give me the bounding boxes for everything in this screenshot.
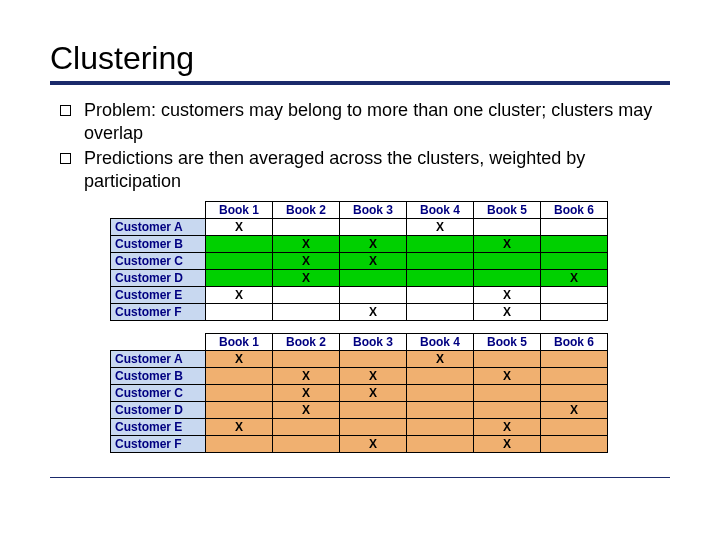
cell: X xyxy=(206,287,273,304)
corner-blank xyxy=(111,202,206,219)
cell xyxy=(474,385,541,402)
cell: X xyxy=(340,436,407,453)
cell: X xyxy=(340,385,407,402)
col-head: Book 2 xyxy=(273,334,340,351)
cell xyxy=(407,287,474,304)
cell: X xyxy=(273,253,340,270)
cell xyxy=(206,253,273,270)
cell xyxy=(340,419,407,436)
cell xyxy=(407,419,474,436)
cell xyxy=(474,253,541,270)
footer-rule xyxy=(50,477,670,478)
cell xyxy=(407,385,474,402)
cell: X xyxy=(474,419,541,436)
cell xyxy=(206,270,273,287)
col-head: Book 4 xyxy=(407,334,474,351)
cell xyxy=(206,304,273,321)
cell: X xyxy=(273,270,340,287)
table-header-row: Book 1 Book 2 Book 3 Book 4 Book 5 Book … xyxy=(111,334,608,351)
cell: X xyxy=(474,436,541,453)
table-row: Customer D X X xyxy=(111,402,608,419)
cell xyxy=(273,419,340,436)
row-head: Customer E xyxy=(111,419,206,436)
cell xyxy=(541,287,608,304)
cell: X xyxy=(340,253,407,270)
col-head: Book 1 xyxy=(206,334,273,351)
cell xyxy=(541,436,608,453)
cell xyxy=(206,436,273,453)
table-row: Customer D X X xyxy=(111,270,608,287)
cluster-table-2: Book 1 Book 2 Book 3 Book 4 Book 5 Book … xyxy=(110,333,608,453)
col-head: Book 3 xyxy=(340,334,407,351)
cell: X xyxy=(206,351,273,368)
table-header-row: Book 1 Book 2 Book 3 Book 4 Book 5 Book … xyxy=(111,202,608,219)
cell: X xyxy=(541,270,608,287)
cell xyxy=(541,219,608,236)
slide-title: Clustering xyxy=(50,40,670,77)
cell xyxy=(273,219,340,236)
table-row: Customer A X X xyxy=(111,219,608,236)
col-head: Book 5 xyxy=(474,334,541,351)
cell xyxy=(474,270,541,287)
cell: X xyxy=(206,219,273,236)
table-row: Customer F X X xyxy=(111,304,608,321)
cell: X xyxy=(474,304,541,321)
table-row: Customer B X X X xyxy=(111,368,608,385)
cell xyxy=(273,287,340,304)
cell xyxy=(474,351,541,368)
cell xyxy=(541,419,608,436)
row-head: Customer D xyxy=(111,270,206,287)
cell: X xyxy=(541,402,608,419)
cell xyxy=(407,253,474,270)
cluster-table-1: Book 1 Book 2 Book 3 Book 4 Book 5 Book … xyxy=(110,201,608,321)
cell xyxy=(541,368,608,385)
col-head: Book 4 xyxy=(407,202,474,219)
cell: X xyxy=(273,236,340,253)
col-head: Book 3 xyxy=(340,202,407,219)
cell xyxy=(407,436,474,453)
cell xyxy=(273,304,340,321)
table-row: Customer F X X xyxy=(111,436,608,453)
cell xyxy=(541,253,608,270)
cell: X xyxy=(340,236,407,253)
cell xyxy=(206,368,273,385)
col-head: Book 5 xyxy=(474,202,541,219)
cell xyxy=(474,219,541,236)
col-head: Book 6 xyxy=(541,334,608,351)
row-head: Customer B xyxy=(111,236,206,253)
cell xyxy=(541,304,608,321)
row-head: Customer F xyxy=(111,304,206,321)
cell xyxy=(340,287,407,304)
cell xyxy=(340,402,407,419)
cell: X xyxy=(273,402,340,419)
cell xyxy=(541,236,608,253)
cell xyxy=(407,270,474,287)
cell xyxy=(340,219,407,236)
row-head: Customer C xyxy=(111,253,206,270)
cell: X xyxy=(474,287,541,304)
cell: X xyxy=(340,304,407,321)
table-row: Customer B X X X xyxy=(111,236,608,253)
cell xyxy=(206,402,273,419)
cell: X xyxy=(273,368,340,385)
title-underline xyxy=(50,81,670,85)
row-head: Customer E xyxy=(111,287,206,304)
bullet-list: Problem: customers may belong to more th… xyxy=(50,99,670,193)
row-head: Customer F xyxy=(111,436,206,453)
cell xyxy=(407,402,474,419)
table-row: Customer E X X xyxy=(111,287,608,304)
cell xyxy=(407,236,474,253)
table-row: Customer A X X xyxy=(111,351,608,368)
cell xyxy=(273,351,340,368)
col-head: Book 1 xyxy=(206,202,273,219)
row-head: Customer A xyxy=(111,351,206,368)
cell xyxy=(407,368,474,385)
corner-blank xyxy=(111,334,206,351)
cell xyxy=(407,304,474,321)
row-head: Customer C xyxy=(111,385,206,402)
table-row: Customer C X X xyxy=(111,385,608,402)
cell: X xyxy=(474,236,541,253)
cell xyxy=(541,385,608,402)
cell xyxy=(340,270,407,287)
cell: X xyxy=(407,219,474,236)
